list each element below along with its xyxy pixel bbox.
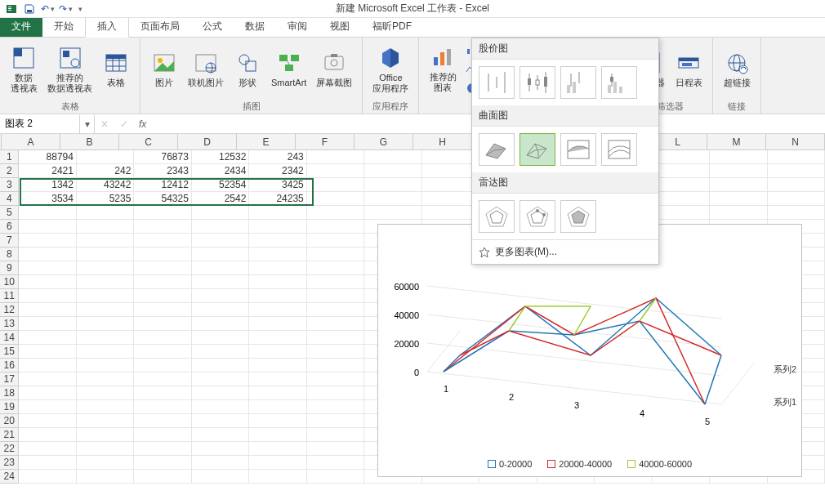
office-apps-button[interactable]: Office应用程序 xyxy=(369,42,412,96)
tab-home[interactable]: 开始 xyxy=(42,16,85,37)
row-header[interactable]: 23 xyxy=(0,456,19,470)
cell[interactable] xyxy=(364,150,421,164)
cell[interactable] xyxy=(249,428,306,442)
cell[interactable] xyxy=(653,164,710,178)
cell[interactable] xyxy=(77,400,134,414)
cell[interactable] xyxy=(19,414,76,428)
more-charts-button[interactable]: 更多图表(M)... xyxy=(472,239,658,264)
cell[interactable] xyxy=(307,206,364,220)
cell[interactable] xyxy=(307,386,364,400)
cell[interactable]: 2342 xyxy=(249,164,306,178)
row-header[interactable]: 22 xyxy=(0,442,19,456)
cell[interactable] xyxy=(192,400,249,414)
row-header[interactable]: 21 xyxy=(0,428,19,442)
row-header[interactable]: 19 xyxy=(0,400,19,414)
cell[interactable] xyxy=(249,400,306,414)
row-header[interactable]: 15 xyxy=(0,345,19,359)
column-header[interactable]: H xyxy=(413,134,472,150)
cell[interactable] xyxy=(307,400,364,414)
tab-formulas[interactable]: 公式 xyxy=(191,16,234,37)
cell[interactable] xyxy=(307,261,364,275)
cell[interactable] xyxy=(307,275,364,289)
row-header[interactable]: 6 xyxy=(0,220,19,234)
cell[interactable] xyxy=(192,303,249,317)
cell[interactable] xyxy=(192,261,249,275)
cell[interactable] xyxy=(192,456,249,470)
row-header[interactable]: 14 xyxy=(0,331,19,345)
cell[interactable] xyxy=(249,345,306,359)
cell[interactable]: 2434 xyxy=(192,164,249,178)
cell[interactable] xyxy=(192,248,249,261)
cell[interactable] xyxy=(307,345,364,359)
cell[interactable] xyxy=(19,317,76,331)
row-header[interactable]: 24 xyxy=(0,470,19,484)
row-header[interactable]: 20 xyxy=(0,414,19,428)
tab-review[interactable]: 审阅 xyxy=(276,16,319,37)
cell[interactable] xyxy=(134,261,191,275)
row-header[interactable]: 7 xyxy=(0,234,19,248)
cell[interactable] xyxy=(77,442,134,456)
column-header[interactable]: G xyxy=(355,134,413,150)
cell[interactable] xyxy=(77,345,134,359)
column-header[interactable]: D xyxy=(178,134,237,150)
row-header[interactable]: 8 xyxy=(0,248,19,261)
cell[interactable] xyxy=(134,220,191,234)
cell[interactable] xyxy=(134,345,191,359)
cell[interactable] xyxy=(192,206,249,220)
cell[interactable] xyxy=(249,317,306,331)
tab-view[interactable]: 视图 xyxy=(319,16,361,37)
cell[interactable] xyxy=(134,275,191,289)
cell[interactable] xyxy=(192,470,249,484)
cell[interactable] xyxy=(19,289,76,303)
cell[interactable]: 243 xyxy=(249,150,306,164)
screenshot-button[interactable]: 屏幕截图 xyxy=(313,42,355,96)
shapes-button[interactable]: 形状 xyxy=(230,42,265,96)
cell[interactable] xyxy=(249,470,306,484)
cell[interactable] xyxy=(249,372,306,386)
table-button[interactable]: 表格 xyxy=(99,42,133,96)
cell[interactable] xyxy=(19,400,76,414)
cell[interactable] xyxy=(307,178,364,192)
cell[interactable] xyxy=(19,470,76,484)
radar-button[interactable] xyxy=(479,200,515,233)
cell[interactable] xyxy=(249,234,306,248)
cell[interactable]: 2343 xyxy=(134,164,191,178)
cell[interactable] xyxy=(307,164,364,178)
row-header[interactable]: 9 xyxy=(0,261,19,275)
cell[interactable] xyxy=(134,442,191,456)
cell[interactable] xyxy=(192,289,249,303)
cell[interactable] xyxy=(19,303,76,317)
column-header[interactable]: M xyxy=(707,134,766,150)
cell[interactable] xyxy=(249,456,306,470)
column-header[interactable]: B xyxy=(60,134,119,150)
cell[interactable] xyxy=(192,386,249,400)
cell[interactable] xyxy=(192,428,249,442)
row-header[interactable]: 17 xyxy=(0,372,19,386)
chevron-down-icon[interactable]: ▾ xyxy=(69,5,73,13)
cell[interactable] xyxy=(134,414,191,428)
cell[interactable] xyxy=(19,261,76,275)
cell[interactable] xyxy=(307,192,364,206)
cell[interactable] xyxy=(19,331,76,345)
cell[interactable] xyxy=(192,220,249,234)
cell[interactable] xyxy=(77,456,134,470)
cell[interactable] xyxy=(710,192,767,206)
cell[interactable] xyxy=(192,372,249,386)
save-icon[interactable] xyxy=(23,2,36,16)
cell[interactable] xyxy=(19,234,76,248)
cell[interactable] xyxy=(307,428,364,442)
cell[interactable] xyxy=(77,386,134,400)
cell[interactable]: 43242 xyxy=(77,178,134,192)
cell[interactable] xyxy=(19,345,76,359)
cell[interactable]: 12532 xyxy=(192,150,249,164)
column-header[interactable]: N xyxy=(766,134,825,150)
cell[interactable] xyxy=(653,192,710,206)
cell[interactable] xyxy=(249,331,306,345)
recommended-pivot-button[interactable]: 推荐的数据透视表 xyxy=(44,42,96,96)
tab-foxit-pdf[interactable]: 福昕PDF xyxy=(361,16,423,37)
timeline-button[interactable]: 日程表 xyxy=(671,42,706,96)
cell[interactable] xyxy=(134,400,191,414)
cell[interactable] xyxy=(249,303,306,317)
cell[interactable] xyxy=(77,331,134,345)
cell[interactable] xyxy=(307,150,364,164)
